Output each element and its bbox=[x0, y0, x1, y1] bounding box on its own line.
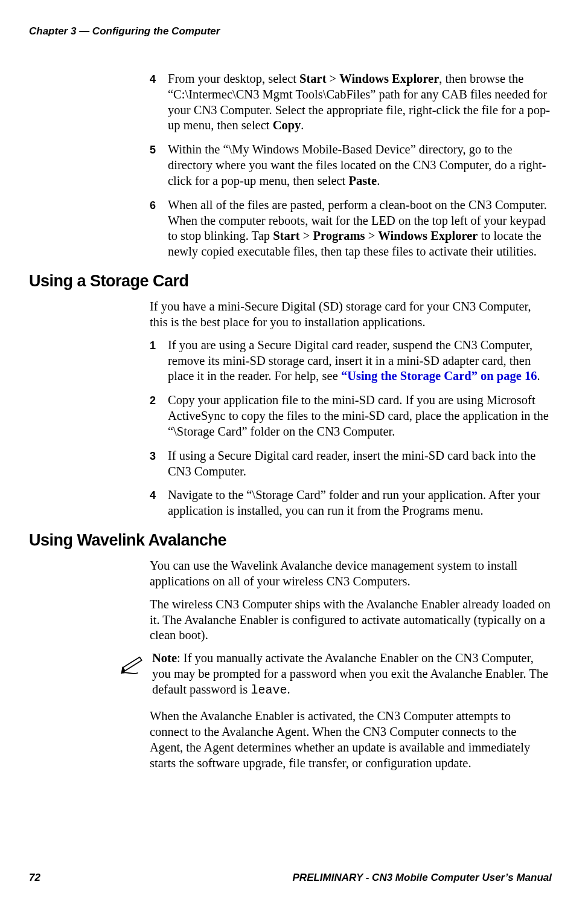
heading-storage-card: Using a Storage Card bbox=[29, 272, 552, 291]
step-number: 4 bbox=[150, 71, 156, 87]
step-text: If you are using a Secure Digital card r… bbox=[168, 338, 540, 383]
step-number: 4 bbox=[150, 488, 156, 503]
step-text: Navigate to the “\Storage Card” folder a… bbox=[168, 488, 540, 517]
body-paragraph: The wireless CN3 Computer ships with the… bbox=[150, 597, 552, 643]
step-number: 1 bbox=[150, 338, 156, 353]
bold-text: Note bbox=[152, 651, 177, 665]
note-row: Note: If you manually activate the Avala… bbox=[120, 651, 552, 698]
running-header: Chapter 3 — Configuring the Computer bbox=[29, 25, 552, 37]
section2-body: You can use the Wavelink Avalanche devic… bbox=[150, 558, 552, 643]
body-paragraph: You can use the Wavelink Avalanche devic… bbox=[150, 558, 552, 590]
section1-body: If you have a mini-Secure Digital (SD) s… bbox=[150, 299, 552, 519]
bold-text: Windows Explorer bbox=[378, 229, 478, 242]
bold-text: Start bbox=[273, 229, 299, 242]
step-number: 5 bbox=[150, 142, 156, 158]
step-text: If using a Secure Digital card reader, i… bbox=[168, 449, 535, 478]
step-number: 6 bbox=[150, 198, 156, 213]
note-icon bbox=[120, 652, 145, 677]
step-number: 2 bbox=[150, 393, 156, 408]
bold-text: Copy bbox=[273, 118, 301, 132]
section2-after-note: When the Avalanche Enabler is activated,… bbox=[150, 709, 552, 771]
footer-doc-title: PRELIMINARY - CN3 Mobile Computer User’s… bbox=[293, 872, 552, 884]
body-column-top: 4From your desktop, select Start > Windo… bbox=[150, 71, 552, 260]
bold-text: Paste bbox=[348, 174, 377, 187]
bold-text: Programs bbox=[313, 229, 365, 242]
bold-text: Start bbox=[299, 72, 326, 85]
after-note-para: When the Avalanche Enabler is activated,… bbox=[150, 709, 552, 771]
step-number: 3 bbox=[150, 448, 156, 464]
numbered-step: 4From your desktop, select Start > Windo… bbox=[150, 71, 552, 134]
section1-intro: If you have a mini-Secure Digital (SD) s… bbox=[150, 299, 552, 330]
step-text: From your desktop, select Start > Window… bbox=[168, 72, 550, 132]
cross-reference-link[interactable]: “Using the Storage Card” on page 16 bbox=[341, 369, 537, 382]
step-text: Within the “\My Windows Mobile-Based Dev… bbox=[168, 143, 546, 187]
monospace-text: leave bbox=[251, 683, 287, 697]
numbered-step: 3If using a Secure Digital card reader, … bbox=[150, 448, 552, 480]
step-text: When all of the files are pasted, perfor… bbox=[168, 198, 547, 258]
numbered-step: 1If you are using a Secure Digital card … bbox=[150, 338, 552, 384]
step-text: Copy your application file to the mini-S… bbox=[168, 393, 549, 438]
note-text: Note: If you manually activate the Avala… bbox=[152, 651, 552, 698]
page-footer: 72 PRELIMINARY - CN3 Mobile Computer Use… bbox=[29, 872, 552, 884]
numbered-step: 4Navigate to the “\Storage Card” folder … bbox=[150, 488, 552, 519]
bold-text: Windows Explorer bbox=[339, 72, 439, 85]
page-number: 72 bbox=[29, 872, 40, 884]
page: Chapter 3 — Configuring the Computer 4Fr… bbox=[0, 0, 588, 908]
heading-wavelink: Using Wavelink Avalanche bbox=[29, 531, 552, 550]
numbered-step: 6When all of the files are pasted, perfo… bbox=[150, 198, 552, 260]
numbered-step: 2Copy your application file to the mini-… bbox=[150, 393, 552, 439]
numbered-step: 5Within the “\My Windows Mobile-Based De… bbox=[150, 142, 552, 188]
